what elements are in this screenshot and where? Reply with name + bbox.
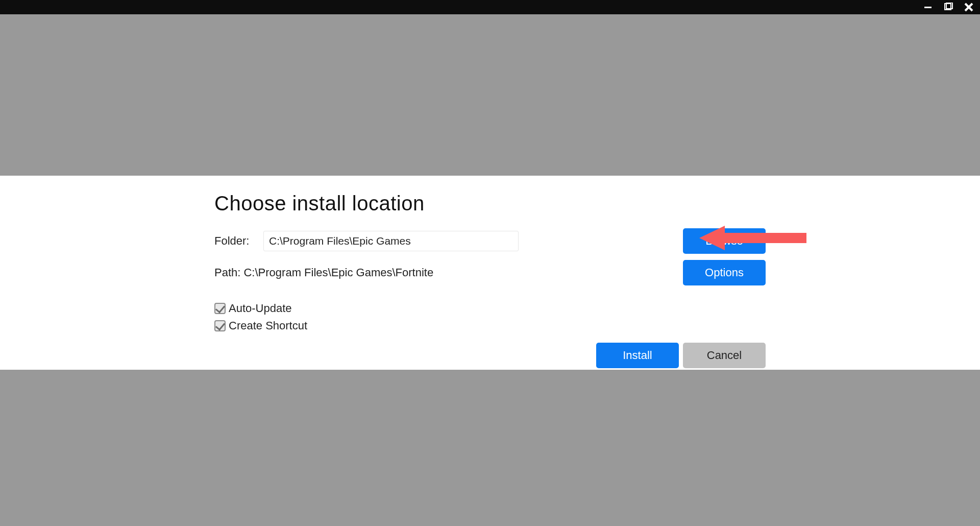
path-row: Path: C:\Program Files\Epic Games\Fortni… <box>214 260 766 285</box>
dialog-content: Choose install location Folder: Browse P… <box>214 176 766 368</box>
create-shortcut-checkbox[interactable] <box>214 320 226 331</box>
create-shortcut-row: Create Shortcut <box>214 318 766 333</box>
path-text: Path: C:\Program Files\Epic Games\Fortni… <box>214 266 519 279</box>
browse-button[interactable]: Browse <box>683 228 766 254</box>
maximize-button[interactable] <box>943 2 953 12</box>
folder-row: Folder: Browse <box>214 228 766 254</box>
maximize-icon <box>944 3 953 12</box>
folder-input[interactable] <box>263 231 519 251</box>
minimize-icon <box>923 3 933 12</box>
dialog-actions: Install Cancel <box>214 343 766 368</box>
checkbox-group: Auto-Update Create Shortcut <box>214 301 766 333</box>
close-icon <box>964 2 974 12</box>
window-titlebar <box>0 0 980 14</box>
folder-label: Folder: <box>214 234 263 248</box>
svg-rect-0 <box>924 7 932 8</box>
auto-update-checkbox[interactable] <box>214 303 226 314</box>
cancel-button[interactable]: Cancel <box>683 343 766 368</box>
options-button[interactable]: Options <box>683 260 766 285</box>
close-button[interactable] <box>964 2 974 12</box>
minimize-button[interactable] <box>923 2 933 12</box>
install-location-dialog: Choose install location Folder: Browse P… <box>0 176 980 370</box>
auto-update-label: Auto-Update <box>229 302 292 315</box>
create-shortcut-label: Create Shortcut <box>229 319 307 332</box>
dialog-title: Choose install location <box>214 192 766 215</box>
install-button[interactable]: Install <box>596 343 679 368</box>
auto-update-row: Auto-Update <box>214 301 766 316</box>
